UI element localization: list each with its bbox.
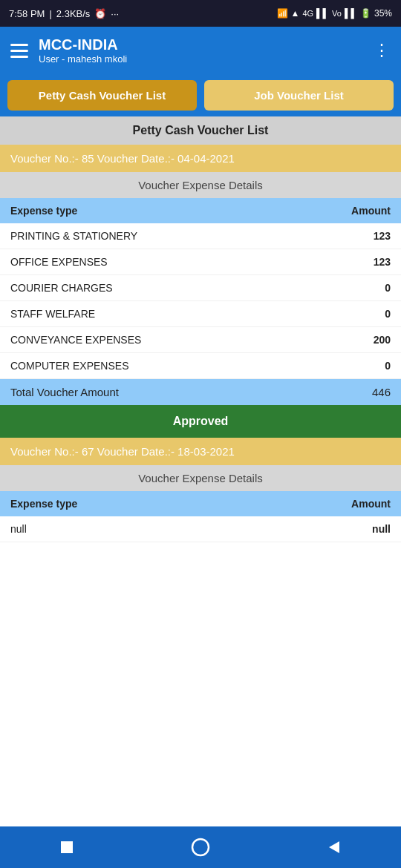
more-options-button[interactable]: ⋮ [374, 41, 391, 60]
total-amount: 446 [372, 386, 391, 398]
signal-bars: ▌▌ [316, 8, 329, 19]
voucher-1: Voucher No.:- 85 Voucher Date.:- 04-04-2… [0, 145, 401, 438]
home-icon [191, 838, 210, 857]
status-dots: ··· [111, 8, 119, 19]
network-vo: Vo [332, 9, 342, 18]
col-expense-type-v2: Expense type [0, 491, 238, 516]
top-bar: MCC-INDIA User - mahesh mkoli ⋮ [0, 27, 401, 74]
nav-home-button[interactable] [183, 829, 218, 865]
status-network: | [49, 8, 51, 19]
voucher-1-table-header: Expense type Amount [0, 198, 401, 223]
voucher-2-table: Expense type Amount null null [0, 491, 401, 542]
app-title: MCC-INDIA User - mahesh mkoli [39, 36, 127, 65]
expense-type-5: CONVEYANCE EXPENSES [0, 327, 287, 353]
expense-type-2: OFFICE EXPENSES [0, 249, 287, 275]
col-amount: Amount [287, 198, 401, 223]
voucher-1-header: Voucher No.:- 85 Voucher Date.:- 04-04-2… [0, 145, 401, 172]
nav-stop-button[interactable] [49, 829, 85, 865]
hamburger-line2 [10, 50, 28, 52]
bottom-spacer [0, 542, 401, 602]
back-icon [326, 839, 342, 855]
expense-type-1: PRINTING & STATIONERY [0, 223, 287, 249]
voucher-1-status: Approved [0, 405, 401, 438]
hamburger-line3 [10, 56, 28, 58]
voucher-2-section-label: Voucher Expense Details [0, 465, 401, 491]
svg-rect-0 [61, 841, 73, 853]
app-name: MCC-INDIA [39, 36, 127, 53]
nav-back-button[interactable] [316, 829, 352, 865]
expense-type-4: STAFF WELFARE [0, 301, 287, 327]
voucher-2-header: Voucher No.:- 67 Voucher Date.:- 18-03-2… [0, 438, 401, 465]
col-expense-type: Expense type [0, 198, 287, 223]
expense-amount-3: 0 [287, 275, 401, 301]
expense-amount-5: 200 [287, 327, 401, 353]
voucher-1-section-label: Voucher Expense Details [0, 172, 401, 198]
table-row: OFFICE EXPENSES 123 [0, 249, 401, 275]
expense-type-3: COURIER CHARGES [0, 275, 287, 301]
voucher-2-table-header: Expense type Amount [0, 491, 401, 516]
expense-amount-4: 0 [287, 301, 401, 327]
hamburger-line1 [10, 44, 28, 46]
svg-marker-2 [329, 841, 339, 853]
status-bar: 7:58 PM | 2.3KB/s ⏰ ··· 📶 ▲ 4G ▌▌ Vo ▌▌ … [0, 0, 401, 27]
col-amount-v2: Amount [238, 491, 401, 516]
bottom-nav [0, 826, 401, 868]
signal-bars2: ▌▌ [345, 8, 357, 19]
table-row: COURIER CHARGES 0 [0, 275, 401, 301]
status-left: 7:58 PM | 2.3KB/s ⏰ ··· [9, 8, 119, 19]
expense-amount-2: 123 [287, 249, 401, 275]
expense-type-null: null [0, 516, 238, 542]
stop-icon [59, 839, 75, 855]
voucher-1-table: Expense type Amount PRINTING & STATIONER… [0, 198, 401, 379]
page-title: Petty Cash Voucher List [0, 116, 401, 145]
signal-icon: ▲ [291, 8, 300, 19]
expense-amount-null: null [238, 516, 401, 542]
hamburger-menu[interactable] [10, 44, 28, 58]
expense-type-6: COMPUTER EXPENSES [0, 353, 287, 379]
table-row: COMPUTER EXPENSES 0 [0, 353, 401, 379]
user-name: User - mahesh mkoli [39, 53, 127, 65]
status-time: 7:58 PM [9, 8, 45, 19]
voucher-1-total-row: Total Voucher Amount 446 [0, 379, 401, 405]
tab-petty-cash[interactable]: Petty Cash Voucher List [7, 80, 197, 111]
battery-level: 35% [374, 8, 392, 19]
voucher-2: Voucher No.:- 67 Voucher Date.:- 18-03-2… [0, 438, 401, 542]
table-row: PRINTING & STATIONERY 123 [0, 223, 401, 249]
tab-job-voucher[interactable]: Job Voucher List [204, 80, 394, 111]
clock-icon: ⏰ [94, 8, 106, 19]
status-speed: 2.3KB/s [56, 8, 91, 19]
table-row: null null [0, 516, 401, 542]
total-label: Total Voucher Amount [10, 386, 119, 398]
top-bar-left: MCC-INDIA User - mahesh mkoli [10, 36, 127, 65]
status-right: 📶 ▲ 4G ▌▌ Vo ▌▌ 🔋 35% [277, 8, 393, 19]
svg-point-1 [192, 839, 209, 855]
battery-icon: 🔋 [360, 8, 371, 19]
wifi-icon: 📶 [277, 8, 288, 19]
network-4g: 4G [302, 9, 313, 18]
expense-amount-1: 123 [287, 223, 401, 249]
expense-amount-6: 0 [287, 353, 401, 379]
table-row: STAFF WELFARE 0 [0, 301, 401, 327]
table-row: CONVEYANCE EXPENSES 200 [0, 327, 401, 353]
tab-row: Petty Cash Voucher List Job Voucher List [0, 74, 401, 116]
